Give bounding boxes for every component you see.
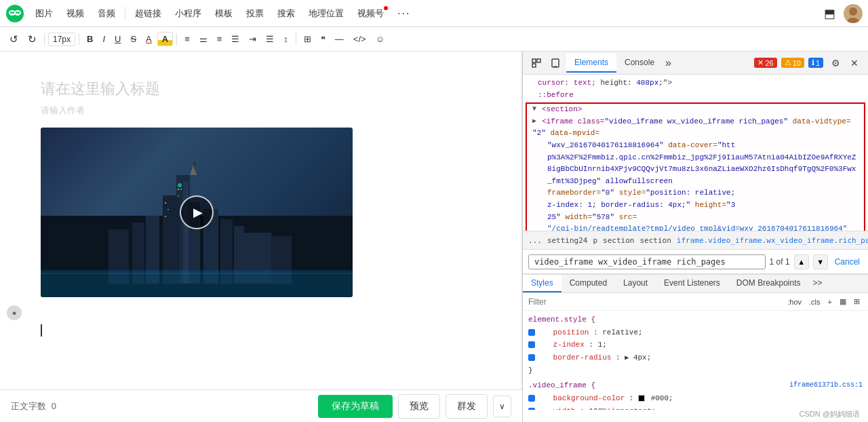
play-button[interactable] <box>180 195 214 229</box>
devtools-settings-btn[interactable]: ⚙ <box>827 55 844 71</box>
preview-button[interactable]: 预览 <box>398 394 440 419</box>
highlight-button[interactable]: A <box>157 32 173 46</box>
add-style-btn[interactable]: + <box>825 296 835 307</box>
code-line-cursor[interactable]: cursor: text; height: 408px;"> <box>523 77 868 90</box>
editor-content[interactable]: ● 请在这里输入标题 请输入作者 <box>0 52 521 422</box>
prop-checkbox-5[interactable] <box>528 408 535 410</box>
computed-grid-btn[interactable]: ▦ <box>837 296 849 307</box>
toolbar-template[interactable]: 模板 <box>210 5 238 22</box>
font-color-button[interactable]: A <box>142 32 156 46</box>
prop-checkbox[interactable] <box>528 329 535 336</box>
bc-section2[interactable]: section <box>639 236 671 245</box>
styles-more-btn[interactable]: >> <box>809 275 827 292</box>
list-button[interactable]: ☰ <box>262 32 278 46</box>
code-button[interactable]: </> <box>349 32 370 46</box>
tab-computed[interactable]: Computed <box>561 275 615 292</box>
emoji-button[interactable]: ☺ <box>372 32 389 46</box>
toolbar-geo[interactable]: 地理位置 <box>303 5 349 22</box>
search-next-btn[interactable]: ▼ <box>813 254 828 269</box>
tab-styles[interactable]: Styles <box>523 275 561 292</box>
code-line-dims[interactable]: 25" width="578" src="/cgi-bin/readtempla… <box>527 212 864 231</box>
font-size-picker[interactable]: 17px <box>48 33 75 46</box>
section-expand[interactable]: ▼ <box>532 104 542 115</box>
publish-dropdown-button[interactable]: ∨ <box>493 396 511 417</box>
code-line-iframe[interactable]: ▶ <iframe class="video_iframe wx_video_i… <box>527 116 864 140</box>
prop-checkbox-2[interactable] <box>528 341 535 348</box>
align-justify-button[interactable]: ☰ <box>227 32 243 46</box>
toolbar-vote[interactable]: 投票 <box>241 5 269 22</box>
indent-button[interactable]: ⇥ <box>245 32 260 46</box>
error-count: 26 <box>765 59 773 67</box>
styles-filter-input[interactable] <box>528 297 781 307</box>
bc-setting24[interactable]: setting24 <box>547 236 588 245</box>
underline-button[interactable]: U <box>111 32 125 46</box>
quote-button[interactable]: ❝ <box>317 32 330 46</box>
align-center-button[interactable]: ⚌ <box>195 32 212 46</box>
italic-button[interactable]: I <box>98 32 109 46</box>
search-cancel-btn[interactable]: Cancel <box>832 256 863 268</box>
highlighted-section[interactable]: ▼ <section> ▶ <iframe class="video_ifram… <box>526 102 865 231</box>
toolbar-videonumber[interactable]: 视频号 <box>352 5 389 22</box>
tab-layout[interactable]: Layout <box>615 275 656 292</box>
bc-iframe[interactable]: iframe.video_iframe.wx_video_iframe.rich… <box>677 236 868 245</box>
search-prev-btn[interactable]: ▲ <box>794 254 809 269</box>
sidebar-add-btn[interactable]: ● <box>7 305 22 320</box>
line-height-button[interactable]: ↕ <box>279 32 292 46</box>
styles-more-btn2[interactable]: ⊞ <box>851 296 863 307</box>
code-line-before[interactable]: ::before <box>523 90 868 102</box>
toolbar-audio[interactable]: 音频 <box>92 5 121 22</box>
toolbar-miniapp[interactable]: 小程序 <box>170 5 207 22</box>
save-draft-button[interactable]: 保存为草稿 <box>318 395 393 418</box>
bc-ellipsis[interactable]: ... <box>528 236 542 245</box>
editor-author[interactable]: 请输入作者 <box>41 104 481 117</box>
editor-cursor <box>41 324 42 337</box>
bc-p[interactable]: p <box>593 236 597 245</box>
tab-event-listeners[interactable]: Event Listeners <box>656 275 728 292</box>
toolbar-link[interactable]: 超链接 <box>130 5 167 22</box>
code-line-cover-url[interactable]: p%3A%2F%2Fmmbiz.qpic.cn%2Fmmbiz_jpg%2Fj9… <box>527 152 864 188</box>
undo-button[interactable]: ↺ <box>5 31 22 47</box>
style-prop-zindex: z-index : 1; <box>528 339 863 351</box>
expand-arrow[interactable] <box>528 77 538 88</box>
devtools-inspect-btn[interactable] <box>528 55 545 71</box>
code-line-style-attr[interactable]: frameborder="0" style="position: relativ… <box>527 187 864 199</box>
video-embed[interactable] <box>41 128 353 297</box>
toolbar-image[interactable]: 图片 <box>30 5 58 22</box>
devtools-device-btn[interactable] <box>547 55 564 71</box>
align-left-button[interactable]: ≡ <box>180 32 194 46</box>
svg-rect-36 <box>537 59 540 62</box>
editor-title[interactable]: 请在这里输入标题 <box>41 79 481 99</box>
table-button[interactable]: ⊞ <box>300 32 315 46</box>
toolbar-export[interactable]: ⬒ <box>818 3 841 24</box>
user-avatar[interactable] <box>844 4 863 23</box>
align-right-button[interactable]: ≡ <box>213 32 226 46</box>
bold-button[interactable]: B <box>83 32 97 46</box>
prop-checkbox-4[interactable] <box>528 395 535 402</box>
search-input[interactable] <box>528 254 766 269</box>
iframe-expand[interactable]: ▶ <box>532 116 542 127</box>
app-logo[interactable] <box>5 4 24 23</box>
divider-button[interactable]: — <box>331 32 348 46</box>
tab-elements[interactable]: Elements <box>566 54 616 73</box>
strikethrough-button[interactable]: S <box>126 32 140 46</box>
tab-dom-breakpoints[interactable]: DOM Breakpoints <box>728 275 809 292</box>
cls-toggle[interactable]: .cls <box>806 296 823 307</box>
prop-checkbox-3[interactable] <box>528 354 535 361</box>
editor-cursor-area[interactable] <box>41 311 481 337</box>
code-line-style-2[interactable]: z-index: 1; border-radius: 4px;" height=… <box>527 199 864 212</box>
tab-console[interactable]: Console <box>616 54 663 73</box>
devtools-code-area[interactable]: cursor: text; height: 408px;"> ::before … <box>523 75 868 231</box>
toolbar-more[interactable]: ··· <box>392 5 416 22</box>
expand-arrow-2[interactable] <box>528 90 538 100</box>
code-line-mpvid[interactable]: "wxv_26167040176118816964" data-cover="h… <box>527 140 864 152</box>
bc-section1[interactable]: section <box>603 236 634 245</box>
devtools-close-btn[interactable]: ✕ <box>846 55 863 71</box>
toolbar-search[interactable]: 搜索 <box>272 5 300 22</box>
devtools-more-tabs[interactable]: » <box>663 54 674 72</box>
code-before-text: ::before <box>538 90 574 102</box>
hover-toggle[interactable]: :hov <box>785 296 804 307</box>
code-line-section-open[interactable]: ▼ <section> <box>527 104 864 116</box>
publish-button[interactable]: 群发 <box>446 394 488 419</box>
toolbar-video[interactable]: 视频 <box>61 5 90 22</box>
redo-button[interactable]: ↻ <box>24 31 41 47</box>
